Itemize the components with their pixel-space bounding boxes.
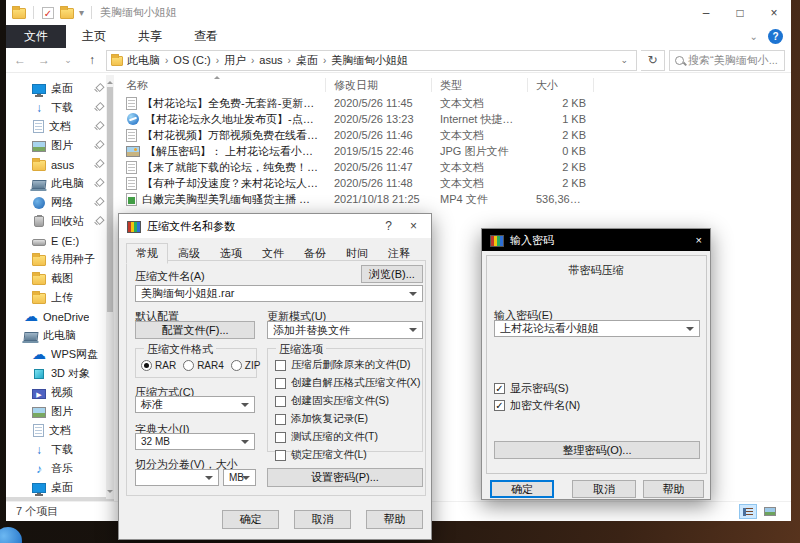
sidebar-item-此电脑[interactable]: 此电脑 [6, 174, 114, 193]
refresh-button[interactable]: ↻ [641, 50, 665, 71]
file-row[interactable]: 【村花论坛】全免费-无套路-更新快.txt2020/5/26 11:45文本文档… [118, 95, 791, 111]
breadcrumb-item[interactable]: OS (C:) [173, 54, 210, 66]
taskbar-orb-icon[interactable] [0, 527, 22, 543]
ribbon-tab-1[interactable]: 主页 [66, 25, 122, 48]
sidebar-item-桌面[interactable]: 桌面 [6, 79, 114, 98]
option-checkbox[interactable]: 锁定压缩文件(L) [275, 448, 422, 462]
column-header-1[interactable]: 修改日期 [326, 78, 432, 92]
profiles-button[interactable]: 配置文件(F)... [135, 321, 255, 339]
password-help-button[interactable]: 帮助 [643, 480, 704, 498]
sidebar-item-3D 对象[interactable]: 3D 对象 [6, 364, 114, 383]
password-dialog-close-icon[interactable]: × [696, 234, 702, 246]
breadcrumb-item[interactable]: 美胸缅甸小姐姐 [331, 53, 408, 68]
sidebar-item-文档[interactable]: 文档 [6, 421, 114, 440]
volume-unit-combobox[interactable]: MB [223, 469, 256, 486]
format-radio-ZIP[interactable]: ZIP [231, 360, 261, 371]
dictionary-size-combobox[interactable]: 32 MB [135, 433, 255, 450]
sidebar-item-E (E:)[interactable]: E (E:) [6, 231, 114, 250]
compression-method-combobox[interactable]: 标准 [135, 396, 255, 413]
file-row[interactable]: 【村花视频】万部视频免费在线看.txt2020/5/26 11:46文本文档2 … [118, 127, 791, 143]
rar-ok-button[interactable]: 确定 [222, 510, 279, 529]
archive-name-combobox[interactable]: 美胸缅甸小姐姐.rar [135, 285, 423, 302]
format-radio-RAR4[interactable]: RAR4 [183, 360, 224, 371]
file-row[interactable]: 【有种子却没速度？来村花论坛人工加...2020/5/26 11:48文本文档2… [118, 175, 791, 191]
sidebar-item-asus[interactable]: asus [6, 155, 114, 174]
forward-button[interactable]: → [34, 53, 54, 67]
expand-ribbon-chevron-icon[interactable]: ⌄ [750, 31, 758, 42]
sidebar-item-网络[interactable]: 网络 [6, 193, 114, 212]
sidebar-item-截图[interactable]: 截图 [6, 269, 114, 288]
rar-cancel-button[interactable]: 取消 [294, 510, 351, 529]
password-combobox[interactable]: 上村花论坛看小姐姐 [494, 320, 700, 337]
password-ok-button[interactable]: 确定 [490, 480, 554, 498]
sidebar-item-回收站[interactable]: 回收站 [6, 212, 114, 231]
sidebar-item-下载[interactable]: ↓下载 [6, 98, 114, 117]
sidebar-scrollbar[interactable] [106, 75, 114, 499]
scrollbar-thumb[interactable] [107, 87, 113, 312]
search-input[interactable]: 搜索“美胸缅甸小... [669, 50, 785, 71]
file-row[interactable]: 白嫩完美胸型美乳缅甸骚货主播 直播被...2021/10/18 21:25MP4… [118, 191, 791, 207]
dialog-close-icon[interactable]: × [404, 219, 423, 233]
rar-tab-常规[interactable]: 常规 [126, 243, 168, 264]
minimize-button[interactable]: – [689, 0, 723, 25]
option-checkbox[interactable]: 创建固实压缩文件(S) [275, 394, 422, 408]
qat-dropdown-chevron-icon[interactable]: ▾ [79, 7, 84, 18]
option-checkbox[interactable]: 创建自解压格式压缩文件(X) [275, 376, 422, 390]
rar-help-button[interactable]: 帮助 [366, 510, 423, 529]
sidebar-item-图片[interactable]: 图片 [6, 136, 114, 155]
scroll-down-icon[interactable] [107, 490, 113, 496]
organize-passwords-button[interactable]: 整理密码(O)... [494, 441, 700, 459]
set-password-button[interactable]: 设置密码(P)... [267, 468, 423, 487]
sidebar-item-待用种子[interactable]: 待用种子 [6, 250, 114, 269]
help-icon[interactable]: ? [768, 29, 783, 44]
address-dropdown-chevron-icon[interactable]: ⌄ [616, 55, 632, 65]
breadcrumb-item[interactable]: 此电脑 [127, 53, 160, 68]
properties-check-icon[interactable]: ✓ [42, 7, 54, 19]
column-header-3[interactable]: 大小 [528, 78, 594, 92]
column-header-2[interactable]: 类型 [432, 78, 528, 92]
file-row[interactable]: 【村花论坛永久地址发布页】-点此打开2020/5/26 13:23Interne… [118, 111, 791, 127]
ribbon-tab-3[interactable]: 查看 [178, 25, 234, 48]
sidebar-item-桌面[interactable]: 桌面 [6, 478, 114, 497]
column-header-0[interactable]: 名称 [118, 78, 326, 92]
sidebar-item-下载[interactable]: ↓下载 [6, 440, 114, 459]
file-row[interactable]: 【来了就能下载的论坛，纯免费！】.txt2020/5/26 11:47文本文档2… [118, 159, 791, 175]
list-view-icon [743, 508, 753, 516]
new-folder-icon[interactable] [60, 8, 74, 19]
close-button[interactable]: × [757, 0, 791, 25]
option-checkbox[interactable]: 测试压缩的文件(T) [275, 430, 422, 444]
breadcrumb-item[interactable]: asus [259, 54, 282, 66]
up-button[interactable]: ↑ [82, 53, 102, 67]
file-row[interactable]: 【解压密码】： 上村花论坛看小姐姐.jpg2019/5/15 22:46JPG … [118, 143, 791, 159]
address-bar[interactable]: 此电脑›OS (C:)›用户›asus›桌面›美胸缅甸小姐姐 ⌄ [106, 50, 637, 71]
sidebar-item-OS (C:)[interactable]: OS (C:) [6, 497, 114, 501]
sidebar-item-音乐[interactable]: ♪音乐 [6, 459, 114, 478]
sidebar-item-此电脑[interactable]: 此电脑 [6, 326, 114, 345]
dialog-help-icon[interactable]: ? [379, 219, 398, 233]
sidebar-item-WPS网盘[interactable]: ☁WPS网盘 [6, 345, 114, 364]
maximize-button[interactable]: □ [723, 0, 757, 25]
browse-button[interactable]: 浏览(B)... [361, 265, 423, 283]
option-checkbox[interactable]: 添加恢复记录(E) [275, 412, 422, 426]
volume-size-combobox[interactable] [135, 469, 219, 486]
ribbon-tab-file[interactable]: 文件 [6, 25, 66, 48]
breadcrumb-item[interactable]: 桌面 [296, 53, 318, 68]
sidebar-item-OneDrive[interactable]: ☁OneDrive [6, 307, 114, 326]
sidebar-item-视频[interactable]: ▶视频 [6, 383, 114, 402]
sidebar-item-图片[interactable]: 图片 [6, 402, 114, 421]
thumbnail-view-button[interactable] [761, 504, 779, 519]
format-radio-RAR[interactable]: RAR [141, 360, 176, 371]
scroll-up-icon[interactable] [107, 78, 113, 84]
back-button[interactable]: ← [10, 53, 30, 67]
ribbon-tab-2[interactable]: 共享 [122, 25, 178, 48]
sidebar-item-上传[interactable]: 上传 [6, 288, 114, 307]
update-mode-combobox[interactable]: 添加并替换文件 [267, 321, 423, 339]
recent-locations-chevron-icon[interactable]: ⌄ [58, 55, 78, 65]
details-view-button[interactable] [739, 504, 757, 519]
sidebar-item-文档[interactable]: 文档 [6, 117, 114, 136]
password-cancel-button[interactable]: 取消 [572, 480, 636, 498]
show-password-checkbox[interactable]: ✓ 显示密码(S) [494, 381, 569, 396]
encrypt-filenames-checkbox[interactable]: ✓ 加密文件名(N) [494, 398, 580, 413]
breadcrumb-item[interactable]: 用户 [224, 53, 246, 68]
option-checkbox[interactable]: 压缩后删除原来的文件(D) [275, 358, 422, 372]
